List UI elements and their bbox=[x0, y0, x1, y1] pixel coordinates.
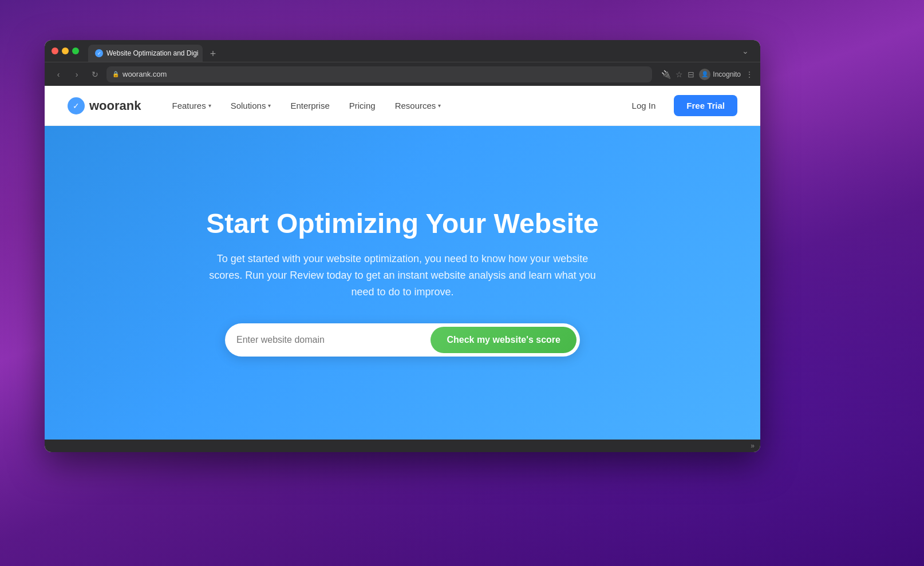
split-view-icon[interactable]: ⊟ bbox=[688, 70, 694, 79]
solutions-chevron-icon: ▾ bbox=[268, 102, 271, 109]
resources-label: Resources bbox=[395, 101, 436, 110]
tab-favicon bbox=[95, 49, 103, 57]
new-tab-button[interactable]: + bbox=[205, 46, 221, 62]
solutions-label: Solutions bbox=[231, 101, 266, 110]
site-navbar: ✓ woorank Features ▾ Solutions ▾ Enterpr… bbox=[45, 86, 760, 126]
features-label: Features bbox=[172, 101, 206, 110]
browser-window: Website Optimization and Digi × + ⌄ ‹ › … bbox=[45, 40, 760, 452]
incognito-label: Incognito bbox=[713, 70, 741, 78]
tab-title: Website Optimization and Digi bbox=[106, 49, 199, 57]
enterprise-nav-item[interactable]: Enterprise bbox=[282, 96, 337, 115]
browser-titlebar: Website Optimization and Digi × + ⌄ bbox=[45, 40, 760, 62]
hero-subtitle: To get started with your website optimiz… bbox=[208, 251, 597, 300]
address-bar-right: 🔌 ☆ ⊟ 👤 Incognito ⋮ bbox=[661, 69, 753, 80]
nav-right: Log In Free Trial bbox=[623, 95, 737, 116]
more-options-icon[interactable]: ⋮ bbox=[745, 70, 753, 79]
tab-bar: Website Optimization and Digi × + bbox=[88, 40, 733, 62]
url-text: woorank.com bbox=[123, 70, 167, 78]
enterprise-label: Enterprise bbox=[290, 101, 329, 110]
resources-nav-item[interactable]: Resources ▾ bbox=[387, 96, 449, 115]
browser-content: ✓ woorank Features ▾ Solutions ▾ Enterpr… bbox=[45, 86, 760, 440]
active-tab[interactable]: Website Optimization and Digi × bbox=[88, 45, 203, 62]
resources-chevron-icon: ▾ bbox=[438, 102, 441, 109]
tab-end-controls: ⌄ bbox=[737, 46, 753, 56]
maximize-button[interactable] bbox=[72, 48, 79, 54]
incognito-avatar: 👤 bbox=[699, 69, 710, 80]
pricing-nav-item[interactable]: Pricing bbox=[341, 96, 384, 115]
browser-addressbar: ‹ › ↻ 🔒 woorank.com 🔌 ☆ ⊟ 👤 Incognito ⋮ bbox=[45, 62, 760, 86]
tab-menu-icon[interactable]: ⌄ bbox=[737, 46, 753, 56]
website-domain-input[interactable] bbox=[236, 335, 431, 345]
back-button[interactable]: ‹ bbox=[52, 68, 65, 81]
solutions-nav-item[interactable]: Solutions ▾ bbox=[223, 96, 279, 115]
free-trial-button[interactable]: Free Trial bbox=[674, 95, 737, 116]
features-nav-item[interactable]: Features ▾ bbox=[164, 96, 219, 115]
incognito-badge: 👤 Incognito bbox=[699, 69, 741, 80]
address-bar[interactable]: 🔒 woorank.com bbox=[106, 66, 652, 82]
bottom-chevron-icon: » bbox=[751, 442, 755, 450]
close-button[interactable] bbox=[52, 48, 58, 54]
check-score-button[interactable]: Check my website's score bbox=[431, 327, 576, 353]
traffic-lights bbox=[52, 48, 79, 54]
lock-icon: 🔒 bbox=[112, 71, 119, 77]
features-chevron-icon: ▾ bbox=[208, 102, 211, 109]
browser-bottom-bar: » bbox=[45, 440, 760, 452]
pricing-label: Pricing bbox=[349, 101, 376, 110]
minimize-button[interactable] bbox=[62, 48, 69, 54]
extension-icon: 🔌 bbox=[661, 70, 671, 79]
login-button[interactable]: Log In bbox=[623, 96, 665, 115]
website-search-form: Check my website's score bbox=[225, 323, 580, 357]
logo-text: woorank bbox=[89, 98, 141, 113]
bookmark-icon[interactable]: ☆ bbox=[676, 70, 683, 79]
forward-button[interactable]: › bbox=[70, 68, 84, 81]
logo[interactable]: ✓ woorank bbox=[68, 97, 141, 114]
logo-icon: ✓ bbox=[68, 97, 85, 114]
hero-title: Start Optimizing Your Website bbox=[206, 209, 598, 239]
hero-section: Start Optimizing Your Website To get sta… bbox=[45, 126, 760, 440]
reload-button[interactable]: ↻ bbox=[88, 68, 102, 81]
nav-links: Features ▾ Solutions ▾ Enterprise Pricin… bbox=[164, 96, 622, 115]
